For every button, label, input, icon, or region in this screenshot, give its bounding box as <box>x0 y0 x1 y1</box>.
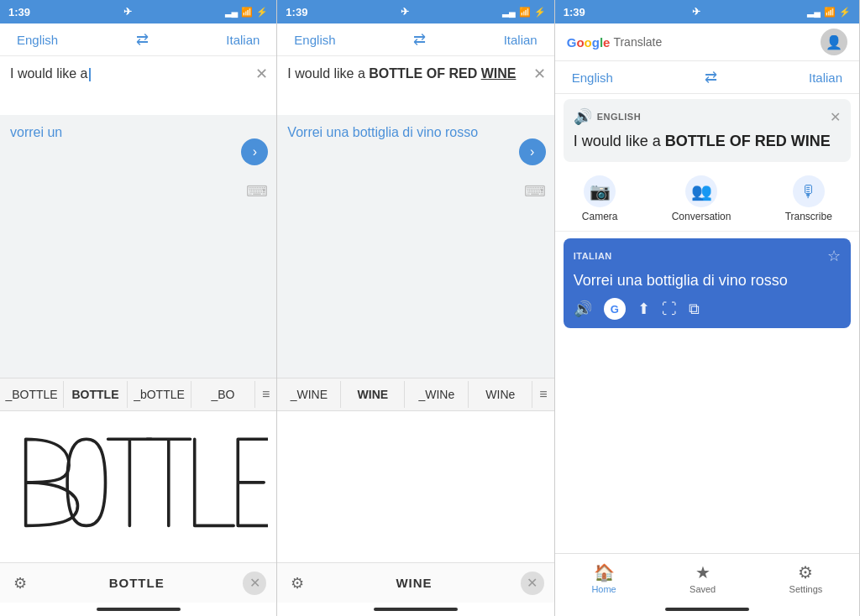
transcribe-feature[interactable]: 🎙 Transcribe <box>785 175 832 222</box>
suggestion-1-4[interactable]: _BO <box>191 381 255 408</box>
expand-icon-result[interactable]: ⛶ <box>662 300 677 318</box>
conversation-label: Conversation <box>672 211 732 222</box>
saved-icon: ★ <box>695 562 711 582</box>
speaker-icon-source[interactable]: 🔊 <box>574 107 592 126</box>
home-label: Home <box>591 584 616 594</box>
star-btn[interactable]: ☆ <box>827 247 841 265</box>
nav-saved[interactable]: ★ Saved <box>676 559 729 598</box>
suggestion-1-1[interactable]: _BOTTLE <box>0 381 64 408</box>
saved-label: Saved <box>690 584 716 594</box>
lang-row-1: English ⇄ Italian <box>0 23 276 56</box>
bottom-bar-2: ⚙ WINE ✕ <box>277 562 553 603</box>
suggestion-1-2[interactable]: BOTTLE <box>64 381 128 408</box>
suggestion-menu-2[interactable]: ≡ <box>532 380 553 409</box>
keyboard-icon-2[interactable]: ⌨ <box>524 182 546 201</box>
panel-2: 1:39 ✈ ▂▄ 📶 ⚡ English ⇄ Italian I would … <box>277 0 554 616</box>
source-card-text: I would like a BOTTLE OF RED WINE <box>574 133 841 150</box>
source-card-close[interactable]: ✕ <box>830 109 841 125</box>
suggestion-1-3[interactable]: _bOTTLE <box>128 381 191 408</box>
input-text-1[interactable]: I would like a <box>10 65 266 83</box>
delete-btn-1[interactable]: ✕ <box>243 572 266 595</box>
copy-icon-result[interactable]: ⧉ <box>689 300 700 318</box>
translated-text-2: Vorrei una bottiglia di vino rosso <box>287 123 543 142</box>
handwriting-area-2[interactable] <box>277 411 553 562</box>
suggestion-2-1[interactable]: _WINE <box>277 381 341 408</box>
swap-icon-1[interactable]: ⇄ <box>136 30 149 49</box>
clear-btn-1[interactable]: ✕ <box>255 65 268 83</box>
target-lang-btn-1[interactable]: Italian <box>221 31 265 49</box>
wine-underline: WINE <box>481 66 517 81</box>
swap-icon-2[interactable]: ⇄ <box>413 30 426 49</box>
wifi-icon-1: 📶 <box>241 7 253 18</box>
result-text: Vorrei una bottiglia di vino rosso <box>574 272 841 290</box>
keyboard-icon-1[interactable]: ⌨ <box>246 182 268 201</box>
settings-icon: ⚙ <box>798 562 813 582</box>
target-lang-btn-3[interactable]: Italian <box>804 69 847 86</box>
battery-icon-3: ⚡ <box>839 7 851 18</box>
translation-area-1: vorrei un › <box>0 115 276 174</box>
location-icon-3: ✈ <box>692 6 700 18</box>
suggestion-2-4[interactable]: WINe <box>469 381 532 408</box>
source-lang-btn-2[interactable]: English <box>289 31 340 49</box>
gt-logo: Google Translate <box>567 35 663 50</box>
lang-row-2: English ⇄ Italian <box>277 23 553 56</box>
handwriting-area-1[interactable] <box>0 411 276 562</box>
suggestion-2-3[interactable]: _WINe <box>405 381 469 408</box>
signal-icon-3: ▂▄ <box>807 7 821 18</box>
status-icons-3: ▂▄ 📶 ⚡ <box>807 7 851 18</box>
home-indicator-2 <box>277 603 553 616</box>
status-icons-1: ▂▄ 📶 ⚡ <box>225 7 269 18</box>
suggestion-menu-1[interactable]: ≡ <box>255 380 276 409</box>
input-area-1: I would like a ✕ <box>0 56 276 115</box>
gt-header: Google Translate 👤 <box>555 23 859 61</box>
spacer-2: ⌨ <box>277 174 553 378</box>
bottle-text-gt: BOTTLE OF RED WINE <box>665 133 831 149</box>
home-indicator-3 <box>555 603 859 616</box>
camera-feature[interactable]: 📷 Camera <box>582 175 618 222</box>
bottom-word-2: WINE <box>307 576 520 590</box>
status-bar-2: 1:39 ✈ ▂▄ 📶 ⚡ <box>277 0 553 23</box>
time-3: 1:39 <box>564 6 585 18</box>
forward-btn-1[interactable]: › <box>241 138 268 165</box>
settings-btn-2[interactable]: ⚙ <box>287 571 307 596</box>
avatar[interactable]: 👤 <box>821 29 847 55</box>
forward-btn-2[interactable]: › <box>519 138 546 165</box>
location-icon-2: ✈ <box>401 6 409 18</box>
result-lang-label: ITALIAN <box>574 251 612 261</box>
battery-icon-2: ⚡ <box>534 7 546 18</box>
home-bar-2 <box>374 608 458 611</box>
nav-settings[interactable]: ⚙ Settings <box>776 559 836 598</box>
swap-icon-3[interactable]: ⇄ <box>705 68 717 86</box>
result-lang-row: ITALIAN ☆ <box>574 247 841 265</box>
share-icon-result[interactable]: ⬆ <box>637 300 650 318</box>
clear-btn-2[interactable]: ✕ <box>533 65 546 83</box>
input-text-2[interactable]: I would like a BOTTLE OF RED WINE <box>287 65 543 83</box>
google-icon-result[interactable]: G <box>604 298 626 320</box>
source-lang-btn-1[interactable]: English <box>12 31 63 49</box>
time-2: 1:39 <box>286 6 307 18</box>
translate-wordmark: Translate <box>613 35 662 49</box>
target-lang-btn-2[interactable]: Italian <box>499 31 543 49</box>
signal-icon-2: ▂▄ <box>502 7 516 18</box>
settings-btn-1[interactable]: ⚙ <box>10 571 30 596</box>
status-bar-3: 1:39 ✈ ▂▄ 📶 ⚡ <box>555 0 859 23</box>
google-wordmark: Google <box>567 35 611 50</box>
home-bar-3 <box>665 608 749 611</box>
source-lang-btn-3[interactable]: English <box>567 69 618 86</box>
nav-home[interactable]: 🏠 Home <box>578 559 629 598</box>
delete-btn-2[interactable]: ✕ <box>521 572 544 595</box>
gt-features: 📷 Camera 👥 Conversation 🎙 Transcribe <box>555 167 859 232</box>
bottom-word-1: BOTTLE <box>30 576 243 590</box>
settings-label: Settings <box>789 584 823 594</box>
conversation-feature[interactable]: 👥 Conversation <box>672 175 732 222</box>
panel-3: 1:39 ✈ ▂▄ 📶 ⚡ Google Translate 👤 English… <box>555 0 860 616</box>
speaker-icon-result[interactable]: 🔊 <box>574 300 592 318</box>
source-lang-label: ENGLISH <box>597 112 641 122</box>
lang-row-3: English ⇄ Italian <box>555 61 859 94</box>
suggestion-2-2[interactable]: WINE <box>341 381 405 408</box>
panel-1: 1:39 ✈ ▂▄ 📶 ⚡ English ⇄ Italian I would … <box>0 0 277 616</box>
camera-label: Camera <box>582 211 618 222</box>
suggestion-bar-1: _BOTTLE BOTTLE _bOTTLE _BO ≡ <box>0 378 276 411</box>
home-indicator-1 <box>0 603 276 616</box>
conversation-icon: 👥 <box>685 175 717 207</box>
